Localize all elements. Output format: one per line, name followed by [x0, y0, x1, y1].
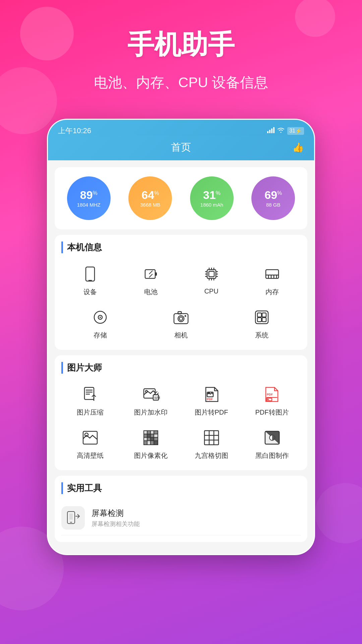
svg-rect-36: [178, 312, 181, 314]
screen-detect-info: 屏幕检测 屏幕检测相关功能: [92, 508, 301, 528]
svg-rect-3: [273, 127, 275, 133]
device-info-grid: 设备 电池: [61, 260, 301, 300]
metrics-row: 89% 1804 MHZ 64% 3668 MB 31% 1860 mAh 69…: [55, 167, 307, 229]
svg-rect-0: [267, 131, 268, 133]
svg-line-8: [149, 271, 153, 274]
device-info-title: 本机信息: [61, 241, 301, 253]
cpu-icon-box: [201, 263, 222, 285]
device-info-section: 本机信息 设备: [55, 235, 307, 350]
image-master-grid-2: 高清壁纸: [61, 424, 301, 464]
img2pdf-item[interactable]: PDF 图片转PDF: [183, 380, 240, 420]
svg-rect-65: [147, 434, 150, 437]
pixelate-icon: [140, 427, 162, 448]
svg-point-49: [145, 390, 147, 392]
svg-rect-70: [150, 437, 154, 441]
storage-item[interactable]: 存储: [61, 303, 139, 343]
svg-rect-6: [145, 270, 155, 278]
camera-label: 相机: [174, 331, 188, 340]
metric-ram-value: 64%: [141, 189, 159, 201]
system-icon-box: [251, 307, 273, 328]
watermark-icon: WM: [140, 384, 162, 405]
svg-line-9: [149, 274, 153, 277]
bg-bubble-2: [315, 483, 362, 543]
svg-point-37: [184, 315, 186, 317]
svg-text:PDF: PDF: [267, 393, 273, 396]
svg-rect-61: [147, 431, 150, 434]
wallpaper-item[interactable]: 高清壁纸: [61, 424, 119, 464]
camera-item[interactable]: 相机: [142, 303, 220, 343]
app-subtitle: 电池、内存、CPU 设备信息: [13, 73, 349, 92]
svg-point-32: [100, 317, 101, 318]
img2pdf-icon: PDF: [201, 384, 222, 405]
pdf2img-label: PDF转图片: [255, 408, 289, 417]
screen-detect-item[interactable]: 屏幕检测 屏幕检测相关功能: [61, 501, 301, 535]
pixelate-item[interactable]: 图片像素化: [122, 424, 179, 464]
battery-status: 31 ⚡: [287, 127, 304, 135]
battery-label: 电池: [144, 287, 158, 297]
svg-text:PDF: PDF: [207, 397, 213, 401]
content-area: 89% 1804 MHZ 64% 3668 MB 31% 1860 mAh 69…: [48, 160, 314, 554]
svg-rect-33: [174, 314, 188, 324]
svg-rect-72: [144, 441, 147, 445]
svg-rect-69: [147, 437, 150, 441]
tools-title: 实用工具: [61, 482, 301, 494]
bw-item[interactable]: 黑白图制作: [243, 424, 301, 464]
svg-rect-64: [144, 434, 147, 437]
gridcut-item[interactable]: 九宫格切图: [183, 424, 240, 464]
battery-item[interactable]: 电池: [122, 260, 179, 300]
compress-icon: [79, 384, 101, 405]
app-title: 手机助手: [13, 27, 349, 63]
metric-storage-value: 69%: [264, 189, 282, 201]
wifi-icon: [277, 127, 285, 135]
image-master-title: 图片大师: [61, 362, 301, 374]
bw-icon: [261, 427, 283, 448]
metric-cpu-value: 89%: [80, 189, 98, 201]
device-icon: [79, 263, 101, 285]
compress-label: 图片压缩: [77, 408, 104, 417]
metric-battery-unit: 1860 mAh: [200, 202, 223, 208]
app-bar: 首页 👍: [48, 136, 314, 160]
battery-icon-box: [140, 263, 162, 285]
gridcut-label: 九宫格切图: [195, 451, 228, 460]
svg-text:WM: WM: [154, 396, 160, 400]
metric-ram[interactable]: 64% 3668 MB: [128, 176, 172, 220]
svg-rect-75: [154, 441, 158, 445]
pdf2img-item[interactable]: PDF PDF转图片: [243, 380, 301, 420]
phone-frame: 上午10:26: [47, 119, 315, 555]
svg-point-34: [178, 316, 184, 322]
gridcut-icon: [201, 427, 222, 448]
svg-rect-73: [147, 441, 150, 445]
compress-item[interactable]: 图片压缩: [61, 380, 119, 420]
svg-rect-41: [257, 318, 261, 322]
app-bar-title: 首页: [171, 141, 191, 154]
svg-rect-11: [209, 271, 214, 277]
metric-cpu[interactable]: 89% 1804 MHZ: [67, 176, 111, 220]
svg-rect-66: [150, 434, 154, 437]
svg-rect-63: [154, 431, 158, 434]
bw-label: 黑白图制作: [255, 451, 289, 460]
tools-section: 实用工具 屏幕检测 屏幕检测相关功能: [55, 476, 307, 542]
watermark-item[interactable]: WM 图片加水印: [122, 380, 179, 420]
device-label: 设备: [83, 287, 97, 297]
header-section: 手机助手 电池、内存、CPU 设备信息: [0, 0, 362, 105]
screen-detect-desc: 屏幕检测相关功能: [92, 520, 301, 528]
cpu-label: CPU: [204, 287, 218, 295]
system-item[interactable]: 系统: [223, 303, 301, 343]
metric-battery[interactable]: 31% 1860 mAh: [190, 176, 234, 220]
svg-rect-42: [262, 318, 266, 322]
metric-storage[interactable]: 69% 88 GB: [251, 176, 295, 220]
svg-rect-86: [69, 514, 73, 520]
screen-detect-name: 屏幕检测: [92, 508, 301, 519]
svg-rect-60: [144, 431, 147, 434]
wallpaper-icon: [79, 427, 101, 448]
device-item[interactable]: 设备: [61, 260, 119, 300]
status-time: 上午10:26: [58, 126, 91, 136]
memory-item[interactable]: 内存: [243, 260, 301, 300]
image-master-grid: 图片压缩 WM: [61, 380, 301, 420]
memory-label: 内存: [265, 287, 279, 297]
screen-detect-icon: [61, 506, 85, 530]
cpu-item[interactable]: CPU: [183, 260, 240, 300]
like-icon[interactable]: 👍: [292, 142, 304, 153]
watermark-label: 图片加水印: [134, 408, 168, 417]
svg-rect-7: [155, 272, 157, 276]
